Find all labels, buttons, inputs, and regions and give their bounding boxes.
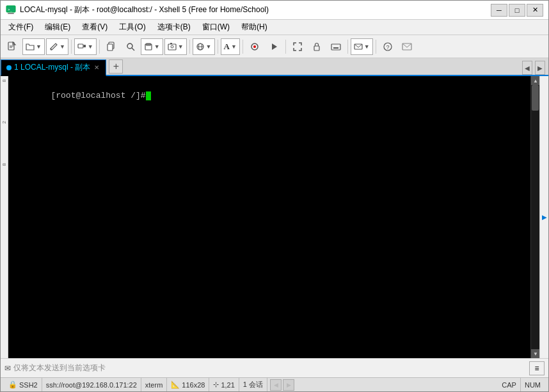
terminal-prompt-line: [root@localhost /]# — [11, 79, 528, 114]
svg-rect-12 — [107, 44, 113, 51]
app-icon: >_ — [6, 5, 16, 15]
toolbar-separator-8 — [376, 40, 376, 54]
statusbar-nav-right-button[interactable]: ▶ — [283, 379, 294, 391]
menu-edit[interactable]: 编辑(E) — [40, 20, 76, 34]
play-button[interactable] — [265, 38, 283, 55]
svg-point-18 — [171, 45, 173, 48]
status-terminal-type: xterm — [145, 381, 163, 389]
toolbar: ▼ ▼ ▼ ▼ ▼ ▼ A — [1, 35, 548, 58]
new-file-button[interactable] — [3, 38, 21, 55]
right-panel-hint[interactable]: ▶ — [539, 76, 548, 358]
scrollbar-up-button[interactable]: ▲ — [531, 76, 540, 85]
svg-rect-27 — [331, 44, 340, 50]
status-terminal-type-segment: xterm — [141, 378, 168, 391]
tab-nav-left-button[interactable]: ◀ — [522, 61, 532, 75]
menu-tools[interactable]: 工具(O) — [114, 20, 150, 34]
scrollbar-track[interactable] — [531, 85, 539, 349]
window-controls: ─ □ ✕ — [491, 4, 543, 17]
status-ssh-label: SSH2 — [19, 381, 38, 389]
close-button[interactable]: ✕ — [527, 4, 543, 17]
tab-label: 1 LOCAL-mysql - 副本 — [14, 62, 90, 73]
menu-window[interactable]: 窗口(W) — [197, 20, 235, 34]
tab-status-dot — [6, 65, 12, 70]
open-file-dropdown[interactable]: ▼ — [22, 38, 45, 55]
svg-rect-8 — [78, 44, 83, 48]
copy-button[interactable] — [102, 38, 120, 55]
scrollbar-down-button[interactable]: ▼ — [531, 349, 540, 358]
toolbar-separator-2 — [99, 40, 100, 54]
compose-button[interactable] — [398, 38, 416, 55]
toolbar-separator-3 — [189, 40, 190, 54]
maximize-button[interactable]: □ — [509, 4, 525, 17]
new-tab-button[interactable]: + — [109, 59, 123, 74]
svg-rect-26 — [314, 46, 319, 51]
status-num-segment: NUM — [521, 378, 545, 391]
lock-button[interactable] — [308, 38, 326, 55]
status-sessions-value: 1 会话 — [243, 380, 263, 389]
tab-local-mysql-copy[interactable]: 1 LOCAL-mysql - 副本 ✕ — [1, 59, 106, 76]
status-address-segment: ssh://root@192.168.0.171:22 — [42, 378, 141, 391]
record-button[interactable] — [246, 38, 264, 55]
gutter-label-1: 8 — [1, 79, 7, 82]
scrollbar-thumb[interactable] — [532, 85, 539, 111]
inputbar-menu-button[interactable]: ≡ — [529, 361, 545, 375]
tabbar-nav: ◀ ▶ — [521, 61, 548, 75]
text-format-dropdown[interactable]: A ▼ — [221, 38, 240, 55]
status-position-segment: ⊹ 1,21 — [209, 378, 239, 391]
svg-rect-1 — [8, 13, 14, 14]
send-dropdown[interactable]: ▼ — [351, 38, 373, 55]
svg-text:?: ? — [386, 44, 389, 51]
tab-close-button[interactable]: ✕ — [93, 64, 100, 71]
svg-rect-17 — [168, 44, 176, 50]
svg-point-24 — [253, 45, 256, 48]
toolbar-separator-5 — [243, 40, 243, 54]
terminal-scrollbar: ▲ ▼ — [530, 76, 539, 358]
statusbar-nav-left-button[interactable]: ◀ — [270, 379, 282, 391]
menu-view[interactable]: 查看(V) — [77, 20, 113, 34]
gutter-label-2: 2 — [1, 120, 7, 123]
help-button[interactable]: ? — [379, 38, 397, 55]
statusbar: 🔒 SSH2 ssh://root@192.168.0.171:22 xterm… — [1, 377, 548, 391]
right-panel-arrow-icon: ▶ — [542, 214, 547, 221]
terminal-cursor — [146, 91, 151, 100]
menu-help[interactable]: 帮助(H) — [236, 20, 273, 34]
minimize-button[interactable]: ─ — [491, 4, 507, 17]
inputbar-placeholder: 仅将文本发送到当前选项卡 — [13, 363, 527, 373]
status-cap-label: CAP — [502, 381, 516, 389]
status-dimensions-segment: 📐 116x28 — [167, 378, 209, 391]
status-dimensions: 📐 — [171, 380, 180, 389]
svg-rect-9 — [84, 45, 86, 47]
screenshot-dropdown[interactable]: ▼ — [164, 38, 187, 55]
tabbar: 1 LOCAL-mysql - 副本 ✕ + ◀ ▶ — [1, 58, 548, 76]
keyboard-button[interactable] — [327, 38, 345, 55]
menu-tabs[interactable]: 选项卡(B) — [152, 20, 196, 34]
svg-point-13 — [127, 43, 132, 49]
terminal-screen[interactable]: [root@localhost /]# — [8, 76, 530, 358]
menubar: 文件(F) 编辑(E) 查看(V) 工具(O) 选项卡(B) 窗口(W) 帮助(… — [1, 20, 548, 35]
connect-dropdown[interactable]: ▼ — [74, 38, 97, 55]
paste-dropdown[interactable]: ▼ — [141, 38, 163, 55]
globe-dropdown[interactable]: ▼ — [193, 38, 215, 55]
titlebar: >_ LOCAL-mysql - 副本 - root@localhost:/ -… — [1, 1, 548, 20]
status-num-label: NUM — [525, 381, 541, 389]
status-position-value: 1,21 — [221, 381, 234, 389]
status-dimensions-value: 116x28 — [182, 381, 205, 389]
toolbar-separator-7 — [347, 40, 348, 54]
toolbar-separator-6 — [285, 40, 286, 54]
toolbar-separator-4 — [218, 40, 218, 54]
main-window: >_ LOCAL-mysql - 副本 - root@localhost:/ -… — [0, 0, 549, 392]
gutter-label-3: 8 — [1, 162, 7, 166]
menu-file[interactable]: 文件(F) — [3, 20, 38, 34]
inputbar: ✉ 仅将文本发送到当前选项卡 ≡ — [1, 358, 548, 377]
window-title: LOCAL-mysql - 副本 - root@localhost:/ - Xs… — [20, 4, 491, 15]
toolbar-separator-1 — [71, 40, 72, 54]
status-position-icon: ⊹ — [213, 380, 219, 389]
status-connection-segment: 🔒 SSH2 — [4, 378, 42, 391]
inputbar-send-icon: ✉ — [4, 364, 11, 373]
search-button[interactable] — [122, 38, 139, 55]
fullscreen-button[interactable] — [289, 38, 306, 55]
svg-rect-19 — [170, 43, 172, 44]
tab-nav-right-button[interactable]: ▶ — [535, 61, 545, 75]
edit-dropdown[interactable]: ▼ — [46, 38, 68, 55]
status-cap-segment: CAP — [498, 378, 521, 391]
